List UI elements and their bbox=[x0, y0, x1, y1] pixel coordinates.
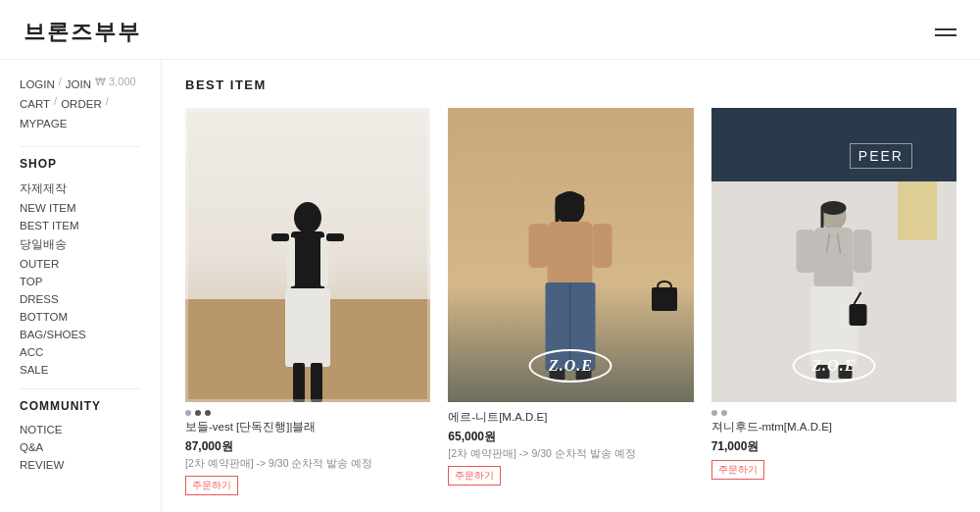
sidebar-item-outer[interactable]: OUTER bbox=[20, 255, 141, 273]
product-grid: 보들-vest [단독진행]|블래 87,000원 [2차 예약판매] -> 9… bbox=[185, 108, 956, 495]
store-sign: PEER bbox=[850, 143, 912, 169]
svg-rect-5 bbox=[293, 363, 305, 402]
product-image-2: Z.O.E bbox=[448, 108, 693, 402]
product-card-3[interactable]: PEER bbox=[711, 108, 956, 495]
hamburger-menu[interactable] bbox=[935, 28, 956, 36]
sidebar-item-bottom[interactable]: BOTTOM bbox=[20, 308, 141, 326]
svg-rect-1 bbox=[291, 231, 324, 290]
svg-rect-19 bbox=[652, 287, 677, 311]
sidebar-item-top[interactable]: TOP bbox=[20, 273, 141, 290]
svg-rect-8 bbox=[326, 233, 344, 241]
sidebar-item-newitem[interactable]: NEW ITEM bbox=[20, 199, 141, 217]
dot bbox=[711, 410, 717, 416]
svg-rect-26 bbox=[796, 230, 814, 273]
svg-rect-14 bbox=[593, 224, 612, 268]
community-title: COMMUNITY bbox=[20, 399, 141, 413]
dot bbox=[721, 410, 727, 416]
svg-rect-6 bbox=[311, 363, 322, 402]
order-button-2[interactable]: 주문하기 bbox=[448, 466, 501, 486]
mypage-link[interactable]: MYPAGE bbox=[20, 115, 67, 132]
sidebar-item-jajecejak[interactable]: 자제제작 bbox=[20, 179, 141, 199]
product-price-3: 71,000원 bbox=[711, 438, 956, 455]
svg-rect-13 bbox=[529, 224, 549, 268]
layout: LOGIN / JOIN ₩ 3,000 CART / ORDER / MYPA… bbox=[0, 60, 980, 512]
dot bbox=[185, 410, 191, 416]
sidebar-item-danilbaesong[interactable]: 당일배송 bbox=[20, 234, 141, 255]
svg-rect-27 bbox=[853, 230, 871, 273]
product-price-2: 65,000원 bbox=[448, 429, 693, 445]
section-title: BEST ITEM bbox=[185, 77, 956, 92]
sidebar-item-bagshoes[interactable]: BAG/SHOES bbox=[20, 326, 141, 343]
sidebar: LOGIN / JOIN ₩ 3,000 CART / ORDER / MYPA… bbox=[0, 60, 162, 512]
join-link[interactable]: JOIN bbox=[66, 76, 91, 93]
bag-icon-2 bbox=[650, 280, 679, 314]
svg-point-10 bbox=[556, 192, 585, 208]
main-content: BEST ITEM bbox=[162, 60, 980, 512]
sidebar-item-notice[interactable]: NOTICE bbox=[20, 421, 141, 438]
sidebar-item-sale[interactable]: SALE bbox=[20, 361, 141, 379]
product-card-1[interactable]: 보들-vest [단독진행]|블래 87,000원 [2차 예약판매] -> 9… bbox=[185, 108, 430, 495]
sidebar-item-dress[interactable]: DRESS bbox=[20, 290, 141, 308]
product-name-3: 져니후드-mtm[M.A.D.E] bbox=[711, 420, 956, 435]
shop-title: SHOP bbox=[20, 157, 141, 171]
sep2: / bbox=[54, 95, 57, 113]
order-button-1[interactable]: 주문하기 bbox=[185, 476, 238, 495]
product-image-1 bbox=[185, 108, 430, 402]
top-nav: LOGIN / JOIN ₩ 3,000 CART / ORDER / MYPA… bbox=[20, 76, 141, 132]
svg-rect-23 bbox=[813, 228, 853, 288]
sidebar-item-bestitem[interactable]: BEST ITEM bbox=[20, 217, 141, 234]
dot bbox=[205, 410, 211, 416]
product-note-2: [2차 예약판매] -> 9/30 순차적 발송 예정 bbox=[448, 447, 693, 461]
svg-point-0 bbox=[294, 202, 321, 233]
svg-point-21 bbox=[820, 201, 846, 215]
divider-2 bbox=[20, 388, 141, 389]
svg-rect-4 bbox=[285, 288, 330, 367]
sidebar-item-review[interactable]: REVIEW bbox=[20, 456, 141, 474]
svg-rect-2 bbox=[287, 237, 295, 286]
product-name-2: 에르-니트[M.A.D.E] bbox=[448, 410, 693, 425]
divider-1 bbox=[20, 146, 141, 147]
dots-1 bbox=[185, 410, 430, 416]
sidebar-item-qna[interactable]: Q&A bbox=[20, 438, 141, 456]
order-link[interactable]: ORDER bbox=[61, 95, 102, 113]
sidebar-item-acc[interactable]: ACC bbox=[20, 343, 141, 361]
svg-rect-12 bbox=[548, 222, 593, 285]
dots-3 bbox=[711, 410, 956, 416]
order-button-3[interactable]: 주문하기 bbox=[711, 460, 764, 480]
header: 브론즈부부 bbox=[0, 0, 980, 60]
product-card-2[interactable]: Z.O.E 에르-니트[M.A.D.E] 65,000원 [2차 예약판매] -… bbox=[448, 108, 693, 495]
svg-rect-31 bbox=[849, 304, 866, 326]
person-silhouette-1 bbox=[264, 196, 352, 402]
points: ₩ 3,000 bbox=[95, 76, 136, 93]
zoe-badge-3: Z.O.E bbox=[792, 349, 875, 383]
sep1: / bbox=[59, 76, 62, 93]
cart-link[interactable]: CART bbox=[20, 95, 50, 113]
login-link[interactable]: LOGIN bbox=[20, 76, 55, 93]
dot bbox=[195, 410, 201, 416]
zoe-badge-2: Z.O.E bbox=[529, 349, 612, 383]
product-note-1: [2차 예약판매] -> 9/30 순차적 발송 예정 bbox=[185, 457, 430, 471]
sep3: / bbox=[106, 95, 109, 113]
svg-rect-3 bbox=[320, 237, 328, 286]
product-image-3: PEER bbox=[711, 108, 956, 402]
product-name-1: 보들-vest [단독진행]|블래 bbox=[185, 420, 430, 435]
logo[interactable]: 브론즈부부 bbox=[24, 18, 141, 47]
product-price-1: 87,000원 bbox=[185, 438, 430, 455]
svg-rect-7 bbox=[271, 233, 289, 241]
